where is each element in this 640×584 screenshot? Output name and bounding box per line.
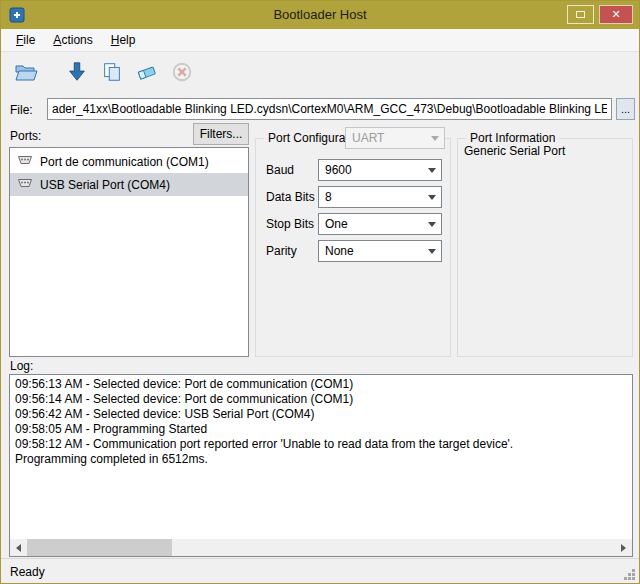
stop-bits-combobox[interactable]: One [318,213,442,235]
data-bits-row: Data Bits 8 [266,186,442,208]
app-window: Bootloader Host ✕ File Actions Help [0,0,640,584]
data-bits-value: 8 [325,190,332,204]
transport-combobox: UART [345,127,445,149]
chevron-down-icon [423,242,440,260]
transport-value: UART [352,131,384,145]
browse-button[interactable]: ... [616,98,635,120]
parity-combobox[interactable]: None [318,240,442,262]
log-label: Log: [10,359,33,373]
scrollbar-left-arrow-icon[interactable] [10,539,27,556]
parity-value: None [325,244,354,258]
erase-button[interactable] [132,58,162,88]
log-horizontal-scrollbar[interactable] [10,539,632,556]
resize-grip[interactable] [621,566,637,582]
log-line: Programming completed in 6512ms. [15,452,627,467]
baud-label: Baud [266,163,318,177]
file-path-input[interactable] [47,98,612,120]
scrollbar-thumb[interactable] [27,539,172,556]
statusbar: Ready [1,558,639,584]
program-button[interactable] [62,58,92,88]
serial-port-icon [17,177,33,192]
baud-value: 9600 [325,163,352,177]
stop-bits-label: Stop Bits [266,217,318,231]
eraser-icon [136,61,158,86]
scrollbar-track[interactable] [172,539,615,556]
chevron-down-icon [423,188,440,206]
program-arrow-icon [66,61,88,86]
toolbar [1,52,639,94]
chevron-down-icon [426,129,443,147]
menu-file[interactable]: File [7,30,44,50]
menubar: File Actions Help [1,29,639,52]
log-line: 09:56:42 AM - Selected device: USB Seria… [15,407,627,422]
port-item-com4[interactable]: USB Serial Port (COM4) [10,173,248,196]
status-text: Ready [10,565,45,579]
abort-button [167,58,197,88]
parity-label: Parity [266,244,318,258]
parity-row: Parity None [266,240,442,262]
verify-button[interactable] [97,58,127,88]
data-bits-label: Data Bits [266,190,318,204]
port-item-com1[interactable]: Port de communication (COM1) [10,150,248,173]
abort-icon [171,61,193,86]
menu-actions[interactable]: Actions [44,30,101,50]
filters-button[interactable]: Filters... [193,123,249,145]
open-folder-icon [14,60,38,87]
port-information-text: Generic Serial Port [464,144,565,158]
ports-label: Ports: [10,129,41,143]
port-item-label: Port de communication (COM1) [40,155,209,169]
chevron-down-icon [423,161,440,179]
scrollbar-right-arrow-icon[interactable] [615,539,632,556]
log-lines: 09:56:13 AM - Selected device: Port de c… [10,375,632,469]
stop-bits-value: One [325,217,348,231]
port-configuration-group: Port Configuration UART Baud 9600 Data B… [255,138,451,357]
log-box[interactable]: 09:56:13 AM - Selected device: Port de c… [9,374,633,557]
port-item-label: USB Serial Port (COM4) [40,178,170,192]
titlebar[interactable]: Bootloader Host ✕ [1,1,639,29]
menu-help[interactable]: Help [102,30,145,50]
open-file-button[interactable] [11,58,41,88]
baud-combobox[interactable]: 9600 [318,159,442,181]
caption-buttons: ✕ [567,5,633,24]
serial-port-icon [17,154,33,169]
port-information-group: Port Information Generic Serial Port [457,138,633,357]
baud-row: Baud 9600 [266,159,442,181]
restore-button[interactable] [567,5,594,24]
verify-documents-icon [101,61,123,86]
log-line: 09:58:05 AM - Programming Started [15,422,627,437]
restore-icon [576,11,585,18]
file-label: File: [10,103,33,117]
data-bits-combobox[interactable]: 8 [318,186,442,208]
log-line: 09:58:12 AM - Communication port reporte… [15,437,627,452]
ports-list: Port de communication (COM1) USB Serial … [9,147,249,357]
port-information-title: Port Information [466,131,559,145]
close-button[interactable]: ✕ [599,5,633,24]
log-line: 09:56:13 AM - Selected device: Port de c… [15,377,627,392]
stop-bits-row: Stop Bits One [266,213,442,235]
window-title: Bootloader Host [1,7,639,22]
close-icon: ✕ [611,8,620,21]
chevron-down-icon [423,215,440,233]
log-line: 09:56:14 AM - Selected device: Port de c… [15,392,627,407]
